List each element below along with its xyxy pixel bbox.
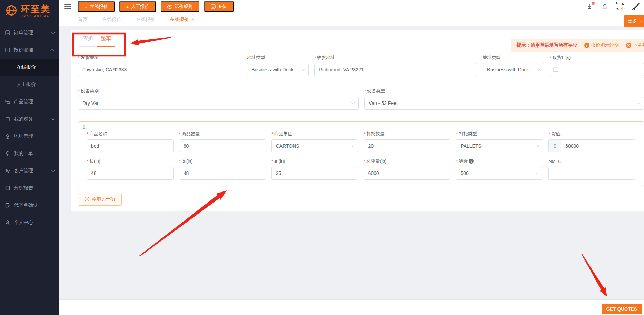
item-length-input[interactable]: [87, 167, 174, 180]
help-icon[interactable]: ?: [469, 159, 474, 164]
eye-icon: [167, 5, 172, 9]
item-length-group: *长(in): [87, 158, 174, 180]
pallet-type-group: *打托类型 PALLETS: [456, 131, 543, 152]
tab-home[interactable]: 首页: [78, 17, 88, 23]
sidebar-item-label: 我的工单: [14, 150, 33, 157]
bell-icon[interactable]: [601, 2, 609, 11]
sidebar-item-orders[interactable]: 订单管理: [0, 24, 59, 41]
sidebar-item-quotes[interactable]: s 报价管理: [0, 41, 59, 59]
sidebar-item-products[interactable]: 产品管理: [0, 93, 59, 110]
finance-icon: [5, 116, 10, 122]
item-quantity-input[interactable]: [179, 139, 266, 152]
chevron-up-icon: [50, 49, 54, 52]
sidebar-item-reports[interactable]: 分析报告: [0, 179, 59, 197]
chevron-down-icon: [51, 169, 55, 172]
sidebar-item-customers[interactable]: 客户管理: [0, 162, 59, 179]
language-switch-icon[interactable]: E 中: [616, 2, 625, 11]
delivery-address-input[interactable]: [314, 63, 477, 76]
notice-text: 提示：请用英语填写所有字段: [517, 42, 577, 48]
sidebar-item-label: 分析报告: [14, 185, 33, 191]
item-width-group: *宽(in): [179, 158, 266, 180]
required-asterisk: *: [87, 131, 88, 137]
sidebar-item-label: 个人中心: [14, 219, 33, 226]
sidebar-item-label: 在线报价: [17, 64, 36, 70]
tab-ltl[interactable]: 零担: [79, 35, 97, 47]
order-icon: [5, 30, 10, 36]
sidebar-menu: 订单管理 s 报价管理 在线报价 人工报价 产品管理 我的财务 地址管理: [0, 24, 59, 231]
product-icon: [5, 99, 10, 105]
item-weight-input[interactable]: [364, 167, 450, 180]
sidebar-item-finance[interactable]: 我的财务: [0, 110, 59, 128]
pickup-address-type-select[interactable]: Business with Dock: [247, 63, 309, 76]
chevron-down-icon: [51, 31, 55, 34]
pallet-type-select[interactable]: PALLETS: [456, 139, 543, 152]
required-asterisk: *: [550, 55, 552, 60]
hamburger-menu-icon[interactable]: [64, 4, 71, 9]
recharge-button[interactable]: 充值: [204, 1, 234, 12]
tab-online-quote-1[interactable]: 在线报价: [102, 17, 121, 23]
brand-title: 环至美: [21, 4, 51, 14]
equipment-type-select[interactable]: Van - 53 Feet: [364, 97, 644, 110]
pickup-date-input[interactable]: [550, 63, 644, 76]
item-weight-group: *总重量(lb): [364, 158, 450, 180]
chevron-down-icon: [351, 101, 355, 104]
required-asterisk: *: [364, 159, 365, 164]
cargo-value-input[interactable]: [561, 140, 635, 152]
sidebar-item-online-quote[interactable]: 在线报价: [0, 59, 59, 76]
required-asterisk: *: [78, 89, 80, 94]
more-button[interactable]: 更多: [624, 15, 644, 27]
item-quantity-group: *商品数量: [179, 131, 266, 152]
chevron-down-icon: [536, 144, 539, 147]
tab-online-quote-active[interactable]: 在线报价 ×: [170, 17, 194, 23]
confirm-icon: [5, 203, 10, 208]
calendar-icon: [553, 67, 558, 72]
pickup-address-type-group: 地址类型 Business with Dock: [247, 55, 309, 76]
cargo-value-group: *货值 $: [548, 131, 635, 152]
pallet-count-group: *打托数量: [364, 131, 450, 152]
freight-class-select[interactable]: 500: [456, 167, 543, 180]
svg-text:s: s: [7, 49, 8, 52]
brand-logo[interactable]: 环至美 HUAN ZHI MEI: [0, 0, 59, 21]
pickup-address-input[interactable]: [78, 63, 241, 76]
online-quote-button[interactable]: + 在线报价: [78, 1, 115, 12]
required-asterisk: *: [271, 159, 273, 164]
pallet-count-input[interactable]: [364, 139, 450, 152]
work-order-icon: [5, 151, 10, 156]
delivery-address-type-group: 地址类型 Business with Dock: [483, 55, 544, 76]
sidebar-item-profile[interactable]: 个人中心: [0, 214, 59, 231]
close-icon[interactable]: ×: [191, 17, 194, 22]
sidebar-item-addresses[interactable]: 地址管理: [0, 128, 59, 145]
required-asterisk: *: [456, 159, 458, 164]
equipment-type-group: *设备类型 Van - 53 Feet: [364, 88, 644, 110]
tab-online-quote-2[interactable]: 在线报价: [136, 17, 155, 23]
quote-guide-link[interactable]: i 报价图示说明: [584, 42, 619, 48]
rate-rules-button[interactable]: 运价规则: [161, 1, 199, 12]
sidebar-item-order-confirm[interactable]: 代下单确认: [0, 197, 59, 214]
item-index: 1.: [82, 124, 87, 130]
tab-ftl[interactable]: 整车: [97, 35, 115, 47]
item-height-input[interactable]: [271, 167, 358, 180]
get-quotes-button[interactable]: GET QUOTES: [602, 304, 642, 314]
delivery-address-type-select[interactable]: Business with Dock: [483, 63, 544, 76]
order-help-link[interactable]: 下单帮助: [626, 42, 644, 48]
item-width-input[interactable]: [179, 167, 266, 180]
chevron-down-icon: [639, 19, 642, 22]
item-unit-select[interactable]: CARTONS: [271, 139, 358, 152]
plus-icon: +: [126, 4, 129, 9]
manual-quote-button[interactable]: + 人工报价: [119, 1, 156, 12]
sidebar-item-tickets[interactable]: 我的工单: [0, 145, 59, 162]
address-row: *发货地址 地址类型 Business with Dock *收货地址 地址类型…: [78, 55, 644, 76]
item-name-input[interactable]: [87, 139, 174, 152]
cursor-sword-icon[interactable]: [632, 2, 640, 11]
sidebar-item-manual-quote[interactable]: 人工报价: [0, 76, 59, 93]
download-icon[interactable]: [585, 2, 594, 11]
nmfc-input[interactable]: [548, 167, 635, 180]
info-icon: i: [584, 43, 589, 48]
add-item-button[interactable]: 添加另一项: [78, 193, 122, 206]
recharge-icon: [211, 4, 216, 9]
required-asterisk: *: [456, 131, 458, 137]
equipment-category-select[interactable]: Dry Van: [78, 97, 359, 110]
notice-bar: 提示：请用英语填写所有字段 i 报价图示说明 下单帮助: [511, 39, 644, 52]
item-unit-group: *商品单位 CARTONS: [271, 131, 358, 152]
circle-plus-icon: [85, 197, 89, 201]
